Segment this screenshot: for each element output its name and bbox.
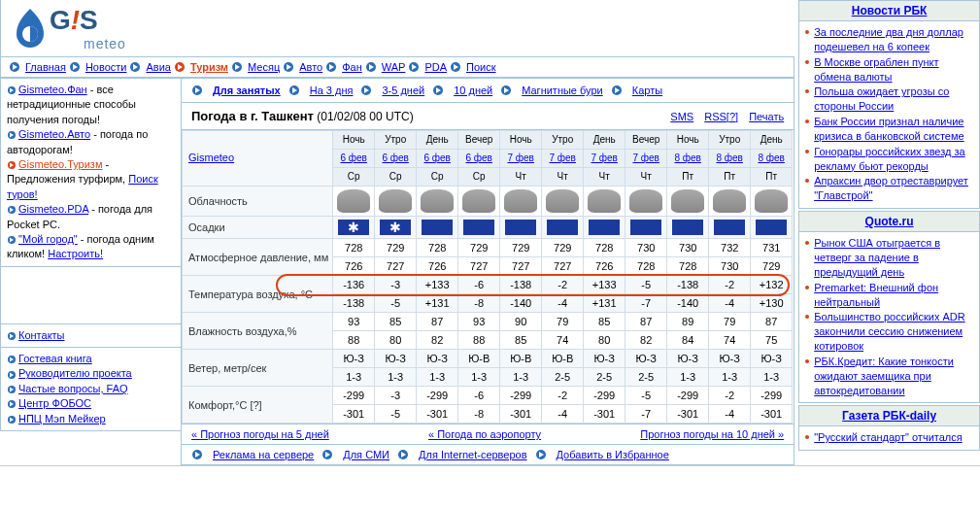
cell: 1-3 bbox=[417, 368, 458, 387]
date-link[interactable]: 7 фев bbox=[549, 153, 575, 163]
news-link[interactable]: Большинство российских ADR закончили сес… bbox=[814, 310, 973, 354]
promo-link[interactable]: Gismeteo.PDA bbox=[18, 203, 88, 215]
cell: 726 bbox=[417, 257, 458, 276]
arrow-icon bbox=[191, 449, 203, 460]
cell: 1-3 bbox=[709, 368, 751, 387]
row-label: Температура воздуха, °C bbox=[183, 276, 333, 313]
cell: 75 bbox=[751, 331, 793, 350]
news-link[interactable]: Банк России признал наличие кризиса в ба… bbox=[814, 115, 973, 144]
cell: -301 bbox=[584, 405, 625, 424]
ad-link[interactable]: Для Internet-серверов bbox=[419, 449, 527, 460]
precip-cell bbox=[542, 217, 584, 239]
cell: -5 bbox=[625, 387, 667, 405]
cell: Ю-З bbox=[625, 350, 667, 368]
date-link[interactable]: 6 фев bbox=[423, 153, 450, 163]
nav-avia-link[interactable]: Авиа bbox=[146, 61, 170, 73]
news-link[interactable]: Гонорары российских звезд за рекламу бью… bbox=[814, 145, 973, 174]
date-link[interactable]: 8 фев bbox=[716, 153, 742, 163]
nav-pda-link[interactable]: PDA bbox=[424, 61, 447, 73]
ad-link[interactable]: Реклама на сервере bbox=[213, 449, 314, 460]
foot-10days[interactable]: Прогноз погоды на 10 дней » bbox=[640, 428, 784, 440]
nav-main-link[interactable]: Главная bbox=[25, 61, 66, 73]
bullet-icon bbox=[7, 160, 17, 170]
news-link[interactable]: Premarket: Внешний фон нейтральный bbox=[814, 281, 973, 310]
hdr-cell: Утро bbox=[375, 131, 417, 150]
cell: -8 bbox=[458, 294, 500, 313]
subnav-storms[interactable]: Магнитные бури bbox=[522, 85, 603, 96]
nav-wap-link[interactable]: WAP bbox=[382, 61, 406, 73]
sms-link[interactable]: SMS bbox=[670, 111, 693, 122]
subnav-busy[interactable]: Для занятых bbox=[213, 85, 281, 96]
date-link[interactable]: 7 фев bbox=[591, 153, 617, 163]
promo-link[interactable]: Gismeteo.Авто bbox=[18, 128, 90, 140]
hdr-cell: 8 фев bbox=[751, 150, 793, 168]
cell: -5 bbox=[375, 405, 417, 424]
nav-tourism-link[interactable]: Туризм bbox=[190, 61, 228, 73]
news-link[interactable]: За последние два дня доллар подешевел на… bbox=[814, 25, 973, 54]
gismeteo-link[interactable]: Gismeteo bbox=[188, 152, 234, 163]
contact-link[interactable]: Гостевая книга bbox=[18, 353, 92, 364]
news-head-link[interactable]: Quote.ru bbox=[865, 215, 914, 228]
contact-link[interactable]: Руководителю проекта bbox=[18, 367, 132, 379]
nav-auto-link[interactable]: Авто bbox=[299, 61, 322, 73]
foot-airport[interactable]: « Погода по аэропорту bbox=[428, 428, 541, 440]
news-link[interactable]: Рынок США отыграется в четверг за падени… bbox=[814, 236, 973, 280]
date-link[interactable]: 7 фев bbox=[507, 153, 533, 163]
nav-news-link[interactable]: Новости bbox=[85, 61, 127, 73]
news-head-link[interactable]: Газета РБК-daily bbox=[842, 409, 936, 423]
contact-link[interactable]: Частые вопросы, FAQ bbox=[18, 383, 128, 394]
news-link[interactable]: Апраксин двор отреставрирует "Главстрой" bbox=[814, 174, 973, 203]
print-link[interactable]: Печать bbox=[749, 111, 784, 122]
date-link[interactable]: 6 фев bbox=[465, 153, 491, 163]
hdr-cell: 8 фев bbox=[667, 150, 709, 168]
ad-link[interactable]: Для СМИ bbox=[343, 449, 389, 460]
date-link[interactable]: 8 фев bbox=[674, 153, 700, 163]
date-link[interactable]: 6 фев bbox=[340, 153, 366, 163]
subnav-10days[interactable]: 10 дней bbox=[454, 85, 492, 96]
news-link[interactable]: "Русский стандарт" отчитался bbox=[814, 430, 963, 445]
city-date: (01/02/08 00 UTC) bbox=[317, 110, 413, 123]
bullet-icon bbox=[805, 286, 809, 289]
contact-link[interactable]: НПЦ Мэп Мейкер bbox=[18, 413, 106, 424]
hdr-cell: День bbox=[417, 131, 458, 150]
hdr-cell: День bbox=[584, 131, 625, 150]
cell: -138 bbox=[667, 276, 709, 294]
subnav-35days[interactable]: 3-5 дней bbox=[382, 85, 424, 96]
nav-search-link[interactable]: Поиск bbox=[466, 61, 495, 73]
news-head-link[interactable]: Новости РБК bbox=[852, 4, 928, 17]
cell: 88 bbox=[458, 331, 500, 350]
bullet-icon bbox=[7, 370, 17, 380]
news-link[interactable]: Польша ожидает угрозы со стороны России bbox=[814, 85, 973, 114]
foot-5days[interactable]: « Прогноз погоды на 5 дней bbox=[191, 428, 329, 440]
subnav-3days[interactable]: На 3 дня bbox=[310, 85, 354, 96]
cell: 93 bbox=[333, 313, 375, 331]
cell: 2-5 bbox=[584, 368, 625, 387]
contacts-head-link[interactable]: Контакты bbox=[18, 329, 65, 341]
date-link[interactable]: 8 фев bbox=[758, 153, 784, 163]
nav-fan-link[interactable]: Фан bbox=[342, 61, 362, 73]
promo-link[interactable]: "Мой город" bbox=[18, 233, 78, 245]
cell: 727 bbox=[458, 257, 500, 276]
promo-link[interactable]: Gismeteo.Туризм bbox=[18, 158, 102, 170]
news-link[interactable]: В Москве ограблен пункт обмена валюты bbox=[814, 55, 973, 85]
cell: 730 bbox=[625, 239, 667, 257]
promo-box: Gismeteo.Фан - все нетрадиционные способ… bbox=[0, 78, 182, 267]
cell: -301 bbox=[667, 405, 709, 424]
subnav-maps[interactable]: Карты bbox=[632, 85, 662, 96]
promo-tail-link[interactable]: Настроить! bbox=[48, 248, 103, 259]
date-link[interactable]: 6 фев bbox=[382, 153, 408, 163]
promo-link[interactable]: Gismeteo.Фан bbox=[18, 84, 87, 95]
cell: -299 bbox=[417, 387, 458, 405]
row-label: Облачность bbox=[183, 187, 333, 217]
cell: 728 bbox=[333, 239, 375, 257]
cell: Ю-З bbox=[333, 350, 375, 368]
ad-link[interactable]: Добавить в Избранное bbox=[557, 449, 669, 460]
rss-link[interactable]: RSS[?] bbox=[704, 111, 738, 122]
cell: -301 bbox=[333, 405, 375, 424]
date-link[interactable]: 7 фев bbox=[632, 153, 659, 163]
nav-month-link[interactable]: Месяц bbox=[248, 61, 280, 73]
cell: -7 bbox=[625, 405, 667, 424]
contact-link[interactable]: Центр ФОБОС bbox=[18, 397, 91, 409]
news-link[interactable]: РБК.Кредит: Какие тонкости ожидают заемщ… bbox=[814, 355, 973, 398]
arrow-icon bbox=[129, 61, 141, 73]
